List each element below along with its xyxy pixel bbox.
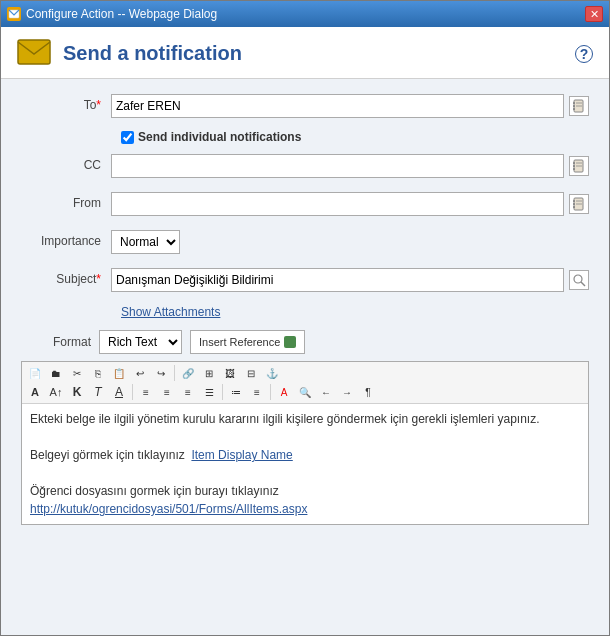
tb-copy-button[interactable]: ⎘ xyxy=(88,364,108,382)
subject-input[interactable] xyxy=(111,268,564,292)
editor-toolbar: 📄 🖿 ✂ ⎘ 📋 ↩ ↪ 🔗 ⊞ 🖼 ⊟ ⚓ A A↑ xyxy=(22,362,588,404)
tb-undo-button[interactable]: ↩ xyxy=(130,364,150,382)
format-select[interactable]: Rich Text Plain Text xyxy=(99,330,182,354)
editor-content-area[interactable]: Ekteki belge ile ilgili yönetim kurulu k… xyxy=(22,404,588,524)
editor-url-link[interactable]: http://kutuk/ogrencidosyasi/501/Forms/Al… xyxy=(30,502,307,516)
title-bar-text: Configure Action -- Webpage Dialog xyxy=(26,7,217,21)
help-button[interactable]: ? xyxy=(575,45,593,63)
toolbar-row-1: 📄 🖿 ✂ ⎘ 📋 ↩ ↪ 🔗 ⊞ 🖼 ⊟ ⚓ xyxy=(25,364,585,382)
tb-font-larger-button[interactable]: A↑ xyxy=(46,383,66,401)
dialog-header: Send a notification ? xyxy=(1,27,609,79)
tb-cut-button[interactable]: ✂ xyxy=(67,364,87,382)
svg-rect-11 xyxy=(573,168,575,170)
cc-row: CC xyxy=(1,149,609,183)
svg-rect-3 xyxy=(573,102,575,104)
send-individual-checkbox[interactable] xyxy=(121,131,134,144)
tb-ordered-list-button[interactable]: ≔ xyxy=(226,383,246,401)
tb-indent-more-button[interactable]: → xyxy=(337,383,357,401)
importance-control-area: Normal Low High xyxy=(111,230,589,254)
svg-rect-16 xyxy=(573,203,575,205)
from-label: From xyxy=(21,192,111,210)
editor-url-line: http://kutuk/ogrencidosyasi/501/Forms/Al… xyxy=(30,500,580,518)
show-attachments-link[interactable]: Show Attachments xyxy=(101,301,609,325)
send-individual-row: Send individual notifications xyxy=(101,127,609,149)
editor-para-5: Öğrenci dosyasını gormek için burayı tık… xyxy=(30,482,580,500)
tb-new-doc-button[interactable]: 📄 xyxy=(25,364,45,382)
rich-text-editor: 📄 🖿 ✂ ⎘ 📋 ↩ ↪ 🔗 ⊞ 🖼 ⊟ ⚓ A A↑ xyxy=(21,361,589,525)
tb-justify-button[interactable]: ☰ xyxy=(199,383,219,401)
from-input[interactable] xyxy=(111,192,564,216)
tb-find-button[interactable]: 🔍 xyxy=(295,383,315,401)
title-bar: Configure Action -- Webpage Dialog ✕ xyxy=(1,1,609,27)
importance-select[interactable]: Normal Low High xyxy=(111,230,180,254)
tb-link-button[interactable]: 🔗 xyxy=(178,364,198,382)
cc-control-area xyxy=(111,154,589,178)
from-control-area xyxy=(111,192,589,216)
tb-table-button[interactable]: ⊞ xyxy=(199,364,219,382)
tb-image-button[interactable]: 🖼 xyxy=(220,364,240,382)
dialog-body: To* Send individual notifications CC xyxy=(1,79,609,635)
tb-italic-button[interactable]: T xyxy=(88,383,108,401)
svg-line-21 xyxy=(581,282,585,286)
svg-rect-9 xyxy=(573,162,575,164)
tb-align-center-button[interactable]: ≡ xyxy=(157,383,177,401)
item-display-name-link[interactable]: Item Display Name xyxy=(191,448,292,462)
tb-compress-button[interactable]: ⊟ xyxy=(241,364,261,382)
to-control-area xyxy=(111,94,589,118)
subject-lookup-icon[interactable] xyxy=(569,270,589,290)
svg-rect-5 xyxy=(573,108,575,110)
format-label: Format xyxy=(21,335,91,349)
cc-address-book-icon[interactable] xyxy=(569,156,589,176)
tb-unordered-list-button[interactable]: ≡ xyxy=(247,383,267,401)
svg-rect-1 xyxy=(18,40,50,64)
main-window: Configure Action -- Webpage Dialog ✕ Sen… xyxy=(0,0,610,636)
svg-rect-10 xyxy=(573,165,575,167)
insert-reference-icon xyxy=(284,336,296,348)
tb-separator-1 xyxy=(174,365,175,381)
dialog-title: Send a notification xyxy=(63,42,242,65)
subject-row: Subject* xyxy=(1,263,609,297)
to-input[interactable] xyxy=(111,94,564,118)
tb-bold-button[interactable]: K xyxy=(67,383,87,401)
tb-font-color-button[interactable]: A xyxy=(274,383,294,401)
tb-paste-button[interactable]: 📋 xyxy=(109,364,129,382)
tb-separator-2 xyxy=(132,384,133,400)
svg-rect-4 xyxy=(573,105,575,107)
tb-redo-button[interactable]: ↪ xyxy=(151,364,171,382)
tb-separator-4 xyxy=(270,384,271,400)
tb-open-button[interactable]: 🖿 xyxy=(46,364,66,382)
svg-rect-17 xyxy=(573,206,575,208)
tb-font-size-button[interactable]: A xyxy=(25,383,45,401)
svg-point-20 xyxy=(574,275,582,283)
send-individual-label[interactable]: Send individual notifications xyxy=(138,130,301,144)
tb-align-right-button[interactable]: ≡ xyxy=(178,383,198,401)
tb-align-left-button[interactable]: ≡ xyxy=(136,383,156,401)
svg-rect-15 xyxy=(573,200,575,202)
tb-indent-less-button[interactable]: ← xyxy=(316,383,336,401)
importance-label: Importance xyxy=(21,230,111,248)
format-row: Format Rich Text Plain Text Insert Refer… xyxy=(1,325,609,359)
importance-row: Importance Normal Low High xyxy=(1,225,609,259)
editor-para-3: Belgeyi görmek için tıklayınız Item Disp… xyxy=(30,446,580,464)
editor-para-1: Ekteki belge ile ilgili yönetim kurulu k… xyxy=(30,410,580,428)
close-button[interactable]: ✕ xyxy=(585,6,603,22)
insert-reference-button[interactable]: Insert Reference xyxy=(190,330,305,354)
tb-separator-3 xyxy=(222,384,223,400)
editor-para-2 xyxy=(30,428,580,446)
to-row: To* xyxy=(1,89,609,123)
toolbar-row-2: A A↑ K T A ≡ ≡ ≡ ☰ ≔ ≡ A 🔍 ← xyxy=(25,383,585,401)
from-address-book-icon[interactable] xyxy=(569,194,589,214)
cc-input[interactable] xyxy=(111,154,564,178)
app-icon xyxy=(7,7,21,21)
from-row: From xyxy=(1,187,609,221)
title-bar-left: Configure Action -- Webpage Dialog xyxy=(7,7,217,21)
to-address-book-icon[interactable] xyxy=(569,96,589,116)
subject-label: Subject* xyxy=(21,268,111,286)
tb-anchor-button[interactable]: ⚓ xyxy=(262,364,282,382)
envelope-icon xyxy=(17,39,51,68)
to-label: To* xyxy=(21,94,111,112)
tb-underline-button[interactable]: A xyxy=(109,383,129,401)
editor-para-4 xyxy=(30,464,580,482)
tb-paragraph-button[interactable]: ¶ xyxy=(358,383,378,401)
subject-control-area xyxy=(111,268,589,292)
